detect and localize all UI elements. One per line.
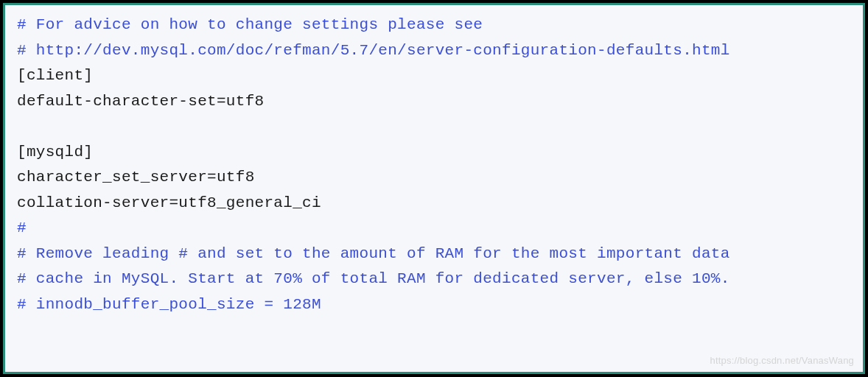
code-block-border: # For advice on how to change settings p… [3,3,865,374]
code-line: default-character-set=utf8 [17,89,851,115]
code-line: # [17,216,851,242]
code-line: [client] [17,63,851,89]
code-line: # innodb_buffer_pool_size = 128M [17,292,851,318]
code-line: [mysqld] [17,140,851,166]
code-line: # For advice on how to change settings p… [17,13,851,38]
code-block: # For advice on how to change settings p… [5,5,863,372]
blank-line [17,114,851,140]
code-line: # cache in MySQL. Start at 70% of total … [17,267,851,292]
code-line: # Remove leading # and set to the amount… [17,242,851,267]
code-line: collation-server=utf8_general_ci [17,191,851,216]
code-line: character_set_server=utf8 [17,165,851,191]
watermark: https://blog.csdn.net/VanasWang [710,355,854,366]
code-line: # http://dev.mysql.com/doc/refman/5.7/en… [17,38,851,64]
